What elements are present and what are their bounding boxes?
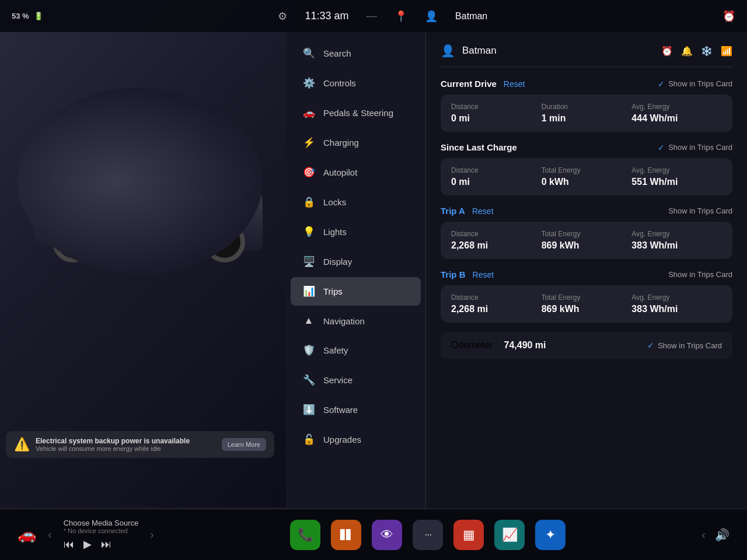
locks-icon: 🔒 xyxy=(302,196,315,208)
controls-icon: ⚙️ xyxy=(302,77,315,89)
current-drive-show-trips[interactable]: ✓ Show in Trips Card xyxy=(658,79,732,89)
current-drive-distance: Distance 0 mi xyxy=(451,103,542,124)
odometer-show-trips[interactable]: ✓ Show in Trips Card xyxy=(647,341,722,350)
charging-icon: ⚡ xyxy=(302,136,315,149)
autopilot-icon: 🎯 xyxy=(302,166,315,178)
next-nav-arrow[interactable]: › xyxy=(150,528,154,541)
since-last-charge-show-trips-label: Show in Trips Card xyxy=(668,143,732,152)
search-icon: 🔍 xyxy=(302,47,315,60)
current-drive-avg-energy-value: 444 Wh/mi xyxy=(631,113,722,124)
trip-b-show-trips-label: Show in Trips Card xyxy=(668,270,732,279)
slc-total-energy-value: 0 kWh xyxy=(542,177,632,187)
menu-label-charging: Charging xyxy=(323,138,359,148)
check-icon-2: ✓ xyxy=(658,143,665,152)
menu-item-upgrades[interactable]: 🔓 Upgrades xyxy=(291,425,421,454)
car-body xyxy=(35,169,263,251)
menu-item-navigation[interactable]: ▲ Navigation xyxy=(291,307,421,335)
slc-avg-energy-value: 551 Wh/mi xyxy=(631,177,722,187)
profile-icon: 👤 xyxy=(425,10,438,23)
trip-a-total-energy: Total Energy 869 kWh xyxy=(542,230,632,251)
trip-a-reset-button[interactable]: Reset xyxy=(472,206,494,216)
user-name: Batman xyxy=(462,45,497,57)
menu-item-autopilot[interactable]: 🎯 Autopilot xyxy=(291,158,421,187)
camera-app-icon[interactable]: 👁 xyxy=(372,520,402,550)
trip-b-show-trips[interactable]: Show in Trips Card xyxy=(668,270,732,279)
signal-icon: 📶 xyxy=(721,46,732,57)
current-drive-title: Current Drive xyxy=(441,79,497,89)
menu-item-safety[interactable]: 🛡️ Safety xyxy=(291,336,421,365)
trip-b-total-energy-value: 869 kWh xyxy=(542,304,632,314)
car-roof xyxy=(70,134,222,192)
slc-avg-energy-label: Avg. Energy xyxy=(631,166,722,174)
current-drive-avg-energy-label: Avg. Energy xyxy=(631,103,722,111)
since-last-charge-avg-energy: Avg. Energy 551 Wh/mi xyxy=(631,166,722,187)
music-app-icon[interactable]: ▋▋ xyxy=(331,520,361,550)
main-panel: 🔍 Search ⚙️ Controls 🚗 Pedals & Steering… xyxy=(286,32,747,509)
since-last-charge-total-energy: Total Energy 0 kWh xyxy=(542,166,632,187)
current-drive-distance-value: 0 mi xyxy=(451,113,542,124)
user-header: 👤 Batman ⏰ 🔔 ❄️ 📶 xyxy=(441,44,732,67)
navigation-icon: ▲ xyxy=(302,315,315,327)
status-signal-dots: ---- xyxy=(366,12,377,21)
menu-label-software: Software xyxy=(323,405,358,415)
menu-item-locks[interactable]: 🔒 Locks xyxy=(291,188,421,216)
app5-icon[interactable]: ▦ xyxy=(453,520,484,550)
menu-item-charging[interactable]: ⚡ Charging xyxy=(291,128,421,157)
warning-text: Electrical system backup power is unavai… xyxy=(36,437,216,452)
menu-item-service[interactable]: 🔧 Service xyxy=(291,366,421,394)
trip-b-reset-button[interactable]: Reset xyxy=(473,270,494,279)
safety-icon: 🛡️ xyxy=(302,344,315,356)
current-drive-reset-button[interactable]: Reset xyxy=(504,79,525,89)
slc-total-energy-label: Total Energy xyxy=(542,166,632,174)
phone-app-icon[interactable]: 📞 xyxy=(290,520,320,550)
play-button[interactable]: ▶ xyxy=(83,538,92,551)
trip-a-title: Trip A xyxy=(441,206,465,216)
battery-icon: 🔋 xyxy=(34,12,43,20)
snow-icon: ❄️ xyxy=(701,46,713,57)
volume-icon[interactable]: 🔊 xyxy=(715,528,729,542)
current-drive-avg-energy: Avg. Energy 444 Wh/mi xyxy=(631,103,722,124)
trip-a-avg-energy-value: 383 Wh/mi xyxy=(631,240,722,251)
menu-label-service: Service xyxy=(323,375,352,385)
since-last-charge-card: Distance 0 mi Total Energy 0 kWh Avg. En… xyxy=(441,158,732,195)
chart-app-icon[interactable]: 📈 xyxy=(494,520,525,550)
warning-banner: ⚠️ Electrical system backup power is una… xyxy=(6,431,274,458)
trips-icon: 📊 xyxy=(302,285,315,298)
prev-track-button[interactable]: ⏮ xyxy=(64,538,74,551)
trip-b-title-row: Trip B Reset xyxy=(441,270,494,279)
menu-item-search[interactable]: 🔍 Search xyxy=(291,39,421,68)
learn-more-button[interactable]: Learn More xyxy=(222,438,266,451)
menu-item-trips[interactable]: 📊 Trips xyxy=(291,277,421,306)
trips-content: 👤 Batman ⏰ 🔔 ❄️ 📶 Current Drive Reset ✓ … xyxy=(426,32,747,509)
menu-item-display[interactable]: 🖥️ Display xyxy=(291,247,421,276)
warning-sub-text: Vehicle will consume more energy while i… xyxy=(36,445,216,452)
menu-item-pedals[interactable]: 🚗 Pedals & Steering xyxy=(291,99,421,127)
settings-icon[interactable]: ⚙ xyxy=(278,10,287,23)
media-player: Choose Media Source * No device connecte… xyxy=(64,519,139,551)
prev-nav-arrow[interactable]: ‹ xyxy=(48,528,52,541)
status-center: ⚙ 11:33 am ---- 📍 👤 Batman xyxy=(49,10,717,23)
notification-icon: 🔔 xyxy=(681,46,693,57)
trip-a-title-row: Trip A Reset xyxy=(441,206,494,216)
odometer-check-icon: ✓ xyxy=(647,341,654,350)
trip-a-avg-energy: Avg. Energy 383 Wh/mi xyxy=(631,230,722,251)
current-drive-card: Distance 0 mi Duration 1 min Avg. Energy… xyxy=(441,94,732,132)
car-background: Frunk Open Trunk Open ⚠️ Electrical syst… xyxy=(0,0,292,508)
menu-item-lights[interactable]: 💡 Lights xyxy=(291,218,421,246)
more-apps-icon[interactable]: ··· xyxy=(413,520,443,550)
car-wheel-left xyxy=(53,222,93,262)
alarm-icon: ⏰ xyxy=(722,10,735,23)
menu-label-navigation: Navigation xyxy=(323,316,365,326)
trip-a-show-trips-label: Show in Trips Card xyxy=(668,206,732,215)
menu-item-controls[interactable]: ⚙️ Controls xyxy=(291,69,421,97)
next-track-button[interactable]: ⏭ xyxy=(101,538,111,551)
car-taskbar-icon[interactable]: 🚗 xyxy=(18,526,36,544)
trip-a-header: Trip A Reset Show in Trips Card xyxy=(441,206,732,216)
taskbar: 🚗 ‹ Choose Media Source * No device conn… xyxy=(0,509,747,560)
since-last-charge-show-trips[interactable]: ✓ Show in Trips Card xyxy=(658,143,732,152)
status-right: ⏰ xyxy=(722,10,735,23)
trip-a-show-trips[interactable]: Show in Trips Card xyxy=(668,206,732,215)
menu-item-software[interactable]: ⬇️ Software xyxy=(291,396,421,424)
bluetooth-app-icon[interactable]: ✦ xyxy=(535,520,566,550)
taskbar-prev-arrow[interactable]: ‹ xyxy=(701,528,706,541)
